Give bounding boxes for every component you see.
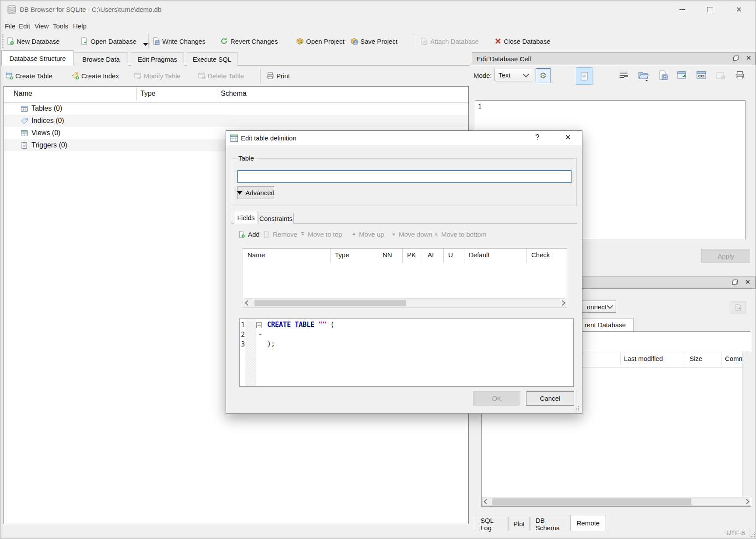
toolbar-handle[interactable] — [2, 34, 5, 48]
fields-grid-hscrollbar[interactable] — [244, 298, 566, 307]
edit-cell-float-button[interactable] — [731, 54, 741, 63]
fold-marker-icon[interactable] — [256, 322, 262, 328]
tree-column-name[interactable]: Name — [14, 90, 32, 98]
tab-fields[interactable]: Fields — [234, 211, 258, 224]
remote-column-commit[interactable]: Comm — [725, 355, 744, 362]
scroll-left-arrow[interactable] — [245, 301, 250, 305]
create-index-button[interactable]: Create Index — [72, 67, 119, 84]
open-project-button[interactable]: Open Project — [296, 33, 345, 49]
tree-column-type[interactable]: Type — [140, 90, 156, 98]
new-database-button[interactable]: New Database — [7, 33, 59, 49]
move-down-button[interactable]: Move down — [391, 231, 432, 238]
views-icon — [21, 130, 28, 137]
text-mode-button[interactable] — [576, 67, 592, 85]
menu-tools[interactable]: Tools — [50, 21, 71, 31]
scroll-right-arrow[interactable] — [560, 301, 564, 305]
grid-column-u[interactable]: U — [444, 248, 464, 263]
menu-view[interactable]: View — [32, 21, 51, 31]
advanced-button[interactable]: Advanced — [237, 186, 274, 199]
tree-column-schema[interactable]: Schema — [221, 90, 247, 98]
push-database-icon — [735, 304, 742, 311]
write-changes-button[interactable]: Write Changes — [152, 33, 206, 49]
mode-select[interactable]: Text — [495, 69, 532, 81]
edit-cell-panel-titlebar[interactable]: Edit Database Cell — [472, 52, 756, 65]
tab-execute-sql[interactable]: Execute SQL — [187, 52, 237, 66]
grid-column-name[interactable]: Name — [243, 248, 331, 263]
menu-file[interactable]: File — [2, 21, 18, 31]
grid-column-pk[interactable]: PK — [403, 248, 423, 263]
dialog-resize-grip[interactable] — [575, 406, 579, 411]
maximize-button[interactable] — [700, 3, 720, 17]
grid-column-nn[interactable]: NN — [378, 248, 403, 263]
remote-float-button[interactable] — [730, 278, 740, 287]
save-project-button[interactable]: Save Project — [350, 33, 397, 49]
menu-edit[interactable]: Edit — [16, 21, 33, 31]
auto-detect-format-button[interactable]: ⚙ — [536, 68, 550, 83]
menu-help[interactable]: Help — [70, 21, 89, 31]
scroll-right-arrow[interactable] — [744, 499, 749, 504]
tree-row-tables[interactable]: Tables (0) — [4, 102, 468, 115]
tree-header-divider[interactable] — [136, 88, 137, 101]
grid-column-type[interactable]: Type — [331, 248, 378, 263]
remote-vertical-scrollbar[interactable] — [742, 351, 751, 497]
close-window-button[interactable]: × — [729, 3, 749, 17]
open-database-dropdown-icon[interactable] — [143, 43, 148, 46]
move-to-top-button[interactable]: Move to top — [300, 231, 342, 238]
remote-scrollbar-thumb[interactable] — [492, 498, 691, 505]
grid-column-check[interactable]: Check — [527, 248, 567, 263]
remote-header-divider[interactable] — [721, 352, 721, 365]
scroll-left-arrow[interactable] — [484, 499, 488, 504]
tree-header-divider[interactable] — [217, 88, 217, 101]
remote-column-size[interactable]: Size — [690, 355, 702, 362]
attach-database-button[interactable]: Attach Database — [420, 33, 479, 49]
dialog-titlebar[interactable]: Edit table definition ? × — [226, 131, 582, 145]
grid-scrollbar-thumb[interactable] — [254, 300, 406, 306]
word-wrap-button[interactable] — [619, 71, 628, 82]
table-name-input[interactable] — [237, 170, 571, 183]
push-database-button[interactable] — [731, 301, 746, 314]
dialog-close-button[interactable]: × — [562, 132, 574, 143]
tab-remote[interactable]: Remote — [570, 515, 606, 531]
set-null-button[interactable] — [716, 72, 726, 82]
edit-cell-close-button[interactable]: × — [744, 53, 753, 62]
tab-browse-data[interactable]: Browse Data — [74, 52, 128, 66]
tree-row-indices[interactable]: Indices (0) — [4, 115, 468, 127]
open-in-browser-button[interactable] — [697, 71, 707, 82]
tab-database-structure[interactable]: Database Structure — [1, 50, 74, 66]
print-cell-button[interactable] — [735, 70, 745, 82]
grid-column-ai[interactable]: AI — [423, 248, 444, 263]
cancel-button[interactable]: Cancel — [526, 391, 574, 406]
tab-plot[interactable]: Plot — [508, 517, 530, 531]
delete-table-button[interactable]: Delete Table — [198, 67, 244, 84]
add-field-button[interactable]: Add — [238, 231, 260, 238]
schema-tree-header: Name Type Schema — [4, 87, 468, 103]
import-cell-button[interactable] — [638, 70, 649, 83]
export-cell-button[interactable] — [658, 70, 668, 82]
close-database-button[interactable]: Close Database — [495, 33, 550, 49]
remote-column-last-modified[interactable]: Last modified — [624, 355, 663, 362]
tab-edit-pragmas[interactable]: Edit Pragmas — [131, 52, 184, 66]
remote-header-divider[interactable] — [684, 352, 684, 365]
remote-header-divider[interactable] — [620, 352, 621, 365]
create-table-button[interactable]: Create Table — [6, 67, 52, 84]
window-resize-grip[interactable] — [751, 532, 756, 537]
tab-constraints[interactable]: Constraints — [258, 213, 294, 224]
move-to-bottom-button[interactable]: Move to bottom — [434, 231, 486, 238]
print-button[interactable]: Print — [266, 67, 290, 84]
revert-changes-button[interactable]: Revert Changes — [220, 33, 278, 49]
tab-sql-log[interactable]: SQL Log — [475, 517, 508, 531]
tab-db-schema[interactable]: DB Schema — [530, 517, 570, 531]
move-up-button[interactable]: Move up — [352, 231, 384, 238]
apply-data-button[interactable] — [677, 71, 688, 82]
minimize-button[interactable] — [672, 3, 692, 17]
ok-button[interactable]: OK — [473, 391, 520, 406]
remote-close-button[interactable]: × — [743, 277, 753, 286]
remove-field-button[interactable]: Remove — [263, 231, 297, 238]
dialog-help-button[interactable]: ? — [532, 133, 543, 143]
open-database-button[interactable]: Open Database — [80, 33, 148, 49]
modify-table-button[interactable]: Modify Table — [134, 67, 181, 84]
apply-button[interactable]: Apply — [701, 249, 750, 263]
remote-horizontal-scrollbar[interactable] — [482, 497, 750, 506]
grid-column-default[interactable]: Default — [464, 248, 527, 263]
status-encoding[interactable]: UTF-8 — [726, 529, 745, 536]
